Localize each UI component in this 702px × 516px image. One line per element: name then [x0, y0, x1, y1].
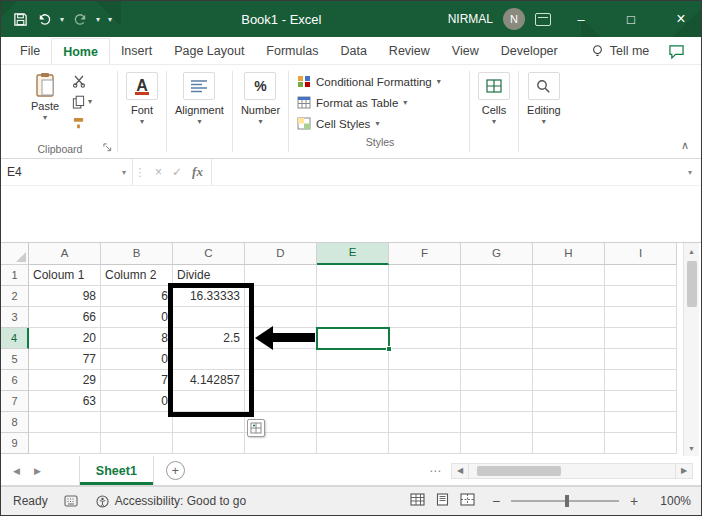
cell-F6[interactable] [389, 370, 461, 391]
cell-G5[interactable] [461, 349, 533, 370]
cell-H8[interactable] [533, 412, 605, 433]
cell-G9[interactable] [461, 433, 533, 454]
autofill-options-button[interactable] [247, 419, 265, 437]
cell-I9[interactable] [605, 433, 677, 454]
cell-B5[interactable]: 0 [101, 349, 173, 370]
format-as-table-button[interactable]: Format as Table ▾ [297, 92, 407, 113]
cell-D5[interactable] [245, 349, 317, 370]
cell-I6[interactable] [605, 370, 677, 391]
cell-E1[interactable] [317, 265, 389, 286]
tab-page-layout[interactable]: Page Layout [163, 38, 255, 64]
cancel-icon[interactable]: × [155, 165, 162, 179]
cell-G1[interactable] [461, 265, 533, 286]
cell-F1[interactable] [389, 265, 461, 286]
cell-A7[interactable]: 63 [29, 391, 101, 412]
accessibility-status[interactable]: Accessibility: Good to go [96, 494, 246, 508]
new-sheet-button[interactable]: + [166, 461, 185, 480]
cell-A9[interactable] [29, 433, 101, 454]
cell-B4[interactable]: 8 [101, 328, 173, 349]
cell-F3[interactable] [389, 307, 461, 328]
cell-B1[interactable]: Column 2 [101, 265, 173, 286]
formula-input[interactable] [212, 159, 679, 185]
cell-H9[interactable] [533, 433, 605, 454]
cells-group-button[interactable]: Cells ▾ [472, 65, 516, 158]
cell-D6[interactable] [245, 370, 317, 391]
cell-C9[interactable] [173, 433, 245, 454]
minimize-button[interactable]: – [561, 1, 601, 37]
cell-B6[interactable]: 7 [101, 370, 173, 391]
cell-A1[interactable]: Coloum 1 [29, 265, 101, 286]
cell-I8[interactable] [605, 412, 677, 433]
cell-D1[interactable] [245, 265, 317, 286]
row-header-3[interactable]: 3 [1, 307, 29, 328]
font-group-button[interactable]: A Font ▾ [120, 65, 164, 158]
cell-H3[interactable] [533, 307, 605, 328]
clipboard-dialog-launcher-icon[interactable] [103, 141, 112, 155]
enter-icon[interactable]: ✓ [172, 165, 182, 179]
tab-insert[interactable]: Insert [110, 38, 163, 64]
cell-I4[interactable] [605, 328, 677, 349]
cell-I7[interactable] [605, 391, 677, 412]
cell-F7[interactable] [389, 391, 461, 412]
paste-dropdown-icon[interactable]: ▾ [43, 114, 47, 122]
name-box[interactable]: E4 ▾ [1, 159, 133, 185]
insert-function-icon[interactable]: fx [192, 164, 203, 180]
selected-cell-outline[interactable] [316, 327, 390, 350]
zoom-out-button[interactable]: − [489, 493, 503, 509]
paste-button[interactable]: Paste ▾ [22, 70, 68, 140]
cell-I5[interactable] [605, 349, 677, 370]
scroll-down-icon[interactable]: ▼ [684, 440, 699, 456]
cell-B9[interactable] [101, 433, 173, 454]
col-header-D[interactable]: D [245, 243, 317, 265]
conditional-formatting-button[interactable]: Conditional Formatting ▾ [297, 71, 441, 92]
editing-group-button[interactable]: Editing ▾ [521, 65, 567, 158]
row-header-9[interactable]: 9 [1, 433, 29, 454]
cell-A5[interactable]: 77 [29, 349, 101, 370]
select-all-corner[interactable] [1, 243, 29, 265]
cell-E6[interactable] [317, 370, 389, 391]
cell-G8[interactable] [461, 412, 533, 433]
sheet-tab-sheet1[interactable]: Sheet1 [79, 456, 154, 485]
cell-H1[interactable] [533, 265, 605, 286]
page-layout-view-icon[interactable] [435, 493, 450, 509]
cell-H6[interactable] [533, 370, 605, 391]
scroll-right-icon[interactable]: ▶ [675, 463, 693, 479]
row-header-8[interactable]: 8 [1, 412, 29, 433]
cell-I1[interactable] [605, 265, 677, 286]
row-header-6[interactable]: 6 [1, 370, 29, 391]
qat-customize-icon[interactable]: ▾ [105, 15, 115, 24]
collapse-ribbon-icon[interactable]: ∧ [681, 139, 689, 152]
number-group-button[interactable]: % Number ▾ [235, 65, 286, 158]
alignment-group-button[interactable]: Alignment ▾ [169, 65, 230, 158]
cell-G7[interactable] [461, 391, 533, 412]
cell-B2[interactable]: 6 [101, 286, 173, 307]
cell-A2[interactable]: 98 [29, 286, 101, 307]
row-header-2[interactable]: 2 [1, 286, 29, 307]
cell-E8[interactable] [317, 412, 389, 433]
cell-B8[interactable] [101, 412, 173, 433]
cell-E2[interactable] [317, 286, 389, 307]
horizontal-scroll-track[interactable] [469, 463, 675, 479]
sheet-nav-left-icon[interactable]: ◀ [13, 466, 20, 476]
cell-F5[interactable] [389, 349, 461, 370]
row-header-4[interactable]: 4 [1, 328, 29, 349]
row-header-5[interactable]: 5 [1, 349, 29, 370]
ribbon-display-options-icon[interactable] [535, 13, 551, 26]
cell-E9[interactable] [317, 433, 389, 454]
avatar[interactable]: N [503, 8, 525, 30]
scroll-up-icon[interactable]: ▲ [684, 243, 699, 259]
tab-file[interactable]: File [9, 38, 51, 64]
sheet-nav-right-icon[interactable]: ▶ [34, 466, 41, 476]
col-header-B[interactable]: B [101, 243, 173, 265]
fill-handle[interactable] [386, 346, 392, 352]
tab-home[interactable]: Home [51, 38, 110, 64]
cell-A8[interactable] [29, 412, 101, 433]
save-icon[interactable] [9, 7, 31, 31]
tab-formulas[interactable]: Formulas [255, 38, 329, 64]
col-header-F[interactable]: F [389, 243, 461, 265]
redo-icon[interactable] [69, 7, 91, 31]
col-header-H[interactable]: H [533, 243, 605, 265]
cell-F8[interactable] [389, 412, 461, 433]
sheetbar-ellipsis-icon[interactable]: ⋯ [429, 464, 441, 478]
cell-H4[interactable] [533, 328, 605, 349]
